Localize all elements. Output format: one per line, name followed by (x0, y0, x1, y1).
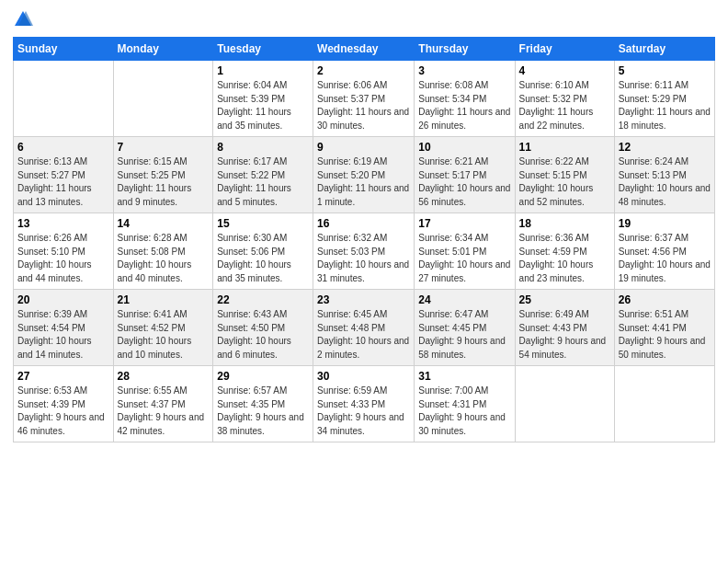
day-cell: 29Sunrise: 6:57 AMSunset: 4:35 PMDayligh… (213, 366, 313, 442)
day-info: Sunrise: 6:43 AMSunset: 4:50 PMDaylight:… (217, 308, 309, 362)
weekday-header-saturday: Saturday (614, 38, 714, 61)
day-cell: 7Sunrise: 6:15 AMSunset: 5:25 PMDaylight… (113, 137, 213, 213)
day-info: Sunrise: 6:37 AMSunset: 4:56 PMDaylight:… (619, 232, 711, 285)
day-info: Sunrise: 6:21 AMSunset: 5:17 PMDaylight:… (418, 155, 510, 209)
weekday-header-friday: Friday (515, 38, 614, 61)
day-number: 8 (217, 141, 309, 154)
day-cell: 25Sunrise: 6:49 AMSunset: 4:43 PMDayligh… (515, 290, 614, 366)
weekday-header-wednesday: Wednesday (313, 38, 415, 61)
header (13, 9, 715, 29)
day-cell: 14Sunrise: 6:28 AMSunset: 5:08 PMDayligh… (113, 213, 213, 290)
day-info: Sunrise: 6:26 AMSunset: 5:10 PMDaylight:… (17, 232, 109, 285)
day-number: 10 (418, 141, 510, 154)
day-cell (14, 61, 114, 137)
day-number: 4 (519, 64, 610, 77)
day-number: 7 (118, 141, 210, 154)
day-cell: 16Sunrise: 6:32 AMSunset: 5:03 PMDayligh… (313, 213, 415, 290)
day-info: Sunrise: 6:32 AMSunset: 5:03 PMDaylight:… (317, 232, 410, 285)
day-info: Sunrise: 6:57 AMSunset: 4:35 PMDaylight:… (217, 385, 309, 438)
day-number: 25 (519, 293, 610, 306)
day-number: 9 (317, 141, 410, 154)
day-info: Sunrise: 6:55 AMSunset: 4:37 PMDaylight:… (118, 385, 210, 438)
day-info: Sunrise: 6:41 AMSunset: 4:52 PMDaylight:… (118, 308, 210, 362)
day-cell (113, 61, 213, 137)
day-number: 26 (619, 293, 711, 306)
day-info: Sunrise: 6:36 AMSunset: 4:59 PMDaylight:… (519, 232, 610, 285)
day-number: 3 (418, 64, 510, 77)
weekday-header-row: SundayMondayTuesdayWednesdayThursdayFrid… (14, 38, 715, 61)
weekday-header-tuesday: Tuesday (213, 38, 313, 61)
day-cell: 15Sunrise: 6:30 AMSunset: 5:06 PMDayligh… (213, 213, 313, 290)
day-number: 27 (17, 370, 109, 383)
day-info: Sunrise: 6:19 AMSunset: 5:20 PMDaylight:… (317, 155, 410, 209)
day-number: 14 (118, 217, 210, 230)
day-info: Sunrise: 6:06 AMSunset: 5:37 PMDaylight:… (317, 79, 410, 132)
day-cell (515, 366, 614, 442)
day-info: Sunrise: 6:22 AMSunset: 5:15 PMDaylight:… (519, 155, 610, 209)
day-info: Sunrise: 6:51 AMSunset: 4:41 PMDaylight:… (619, 308, 711, 362)
day-cell: 9Sunrise: 6:19 AMSunset: 5:20 PMDaylight… (313, 137, 415, 213)
day-number: 12 (619, 141, 711, 154)
day-cell (614, 366, 714, 442)
day-info: Sunrise: 6:13 AMSunset: 5:27 PMDaylight:… (17, 155, 109, 209)
day-number: 18 (519, 217, 610, 230)
day-info: Sunrise: 6:59 AMSunset: 4:33 PMDaylight:… (317, 385, 410, 438)
day-info: Sunrise: 6:17 AMSunset: 5:22 PMDaylight:… (217, 155, 309, 209)
day-info: Sunrise: 6:24 AMSunset: 5:13 PMDaylight:… (619, 155, 711, 209)
logo (13, 9, 37, 29)
day-number: 30 (317, 370, 410, 383)
day-number: 22 (217, 293, 309, 306)
day-cell: 30Sunrise: 6:59 AMSunset: 4:33 PMDayligh… (313, 366, 415, 442)
day-number: 19 (619, 217, 711, 230)
day-cell: 27Sunrise: 6:53 AMSunset: 4:39 PMDayligh… (14, 366, 114, 442)
day-info: Sunrise: 6:39 AMSunset: 4:54 PMDaylight:… (17, 308, 109, 362)
day-info: Sunrise: 6:49 AMSunset: 4:43 PMDaylight:… (519, 308, 610, 362)
day-info: Sunrise: 6:15 AMSunset: 5:25 PMDaylight:… (118, 155, 210, 209)
day-cell: 11Sunrise: 6:22 AMSunset: 5:15 PMDayligh… (515, 137, 614, 213)
day-number: 13 (17, 217, 109, 230)
day-cell: 12Sunrise: 6:24 AMSunset: 5:13 PMDayligh… (614, 137, 714, 213)
calendar-page: SundayMondayTuesdayWednesdayThursdayFrid… (0, 0, 728, 563)
day-info: Sunrise: 6:28 AMSunset: 5:08 PMDaylight:… (118, 232, 210, 285)
day-cell: 24Sunrise: 6:47 AMSunset: 4:45 PMDayligh… (415, 290, 515, 366)
day-cell: 5Sunrise: 6:11 AMSunset: 5:29 PMDaylight… (614, 61, 714, 137)
day-info: Sunrise: 6:53 AMSunset: 4:39 PMDaylight:… (17, 385, 109, 438)
week-row-4: 20Sunrise: 6:39 AMSunset: 4:54 PMDayligh… (14, 290, 715, 366)
day-info: Sunrise: 6:08 AMSunset: 5:34 PMDaylight:… (418, 79, 510, 132)
week-row-1: 1Sunrise: 6:04 AMSunset: 5:39 PMDaylight… (14, 61, 715, 137)
day-cell: 17Sunrise: 6:34 AMSunset: 5:01 PMDayligh… (415, 213, 515, 290)
day-info: Sunrise: 6:34 AMSunset: 5:01 PMDaylight:… (418, 232, 510, 285)
day-info: Sunrise: 6:11 AMSunset: 5:29 PMDaylight:… (619, 79, 711, 132)
day-info: Sunrise: 7:00 AMSunset: 4:31 PMDaylight:… (418, 385, 510, 438)
day-cell: 23Sunrise: 6:45 AMSunset: 4:48 PMDayligh… (313, 290, 415, 366)
week-row-5: 27Sunrise: 6:53 AMSunset: 4:39 PMDayligh… (14, 366, 715, 442)
day-number: 31 (418, 370, 510, 383)
day-number: 2 (317, 64, 410, 77)
day-cell: 31Sunrise: 7:00 AMSunset: 4:31 PMDayligh… (415, 366, 515, 442)
weekday-header-thursday: Thursday (415, 38, 515, 61)
day-number: 11 (519, 141, 610, 154)
day-info: Sunrise: 6:45 AMSunset: 4:48 PMDaylight:… (317, 308, 410, 362)
logo-icon (13, 9, 33, 29)
day-number: 6 (17, 141, 109, 154)
day-cell: 4Sunrise: 6:10 AMSunset: 5:32 PMDaylight… (515, 61, 614, 137)
day-cell: 13Sunrise: 6:26 AMSunset: 5:10 PMDayligh… (14, 213, 114, 290)
day-cell: 6Sunrise: 6:13 AMSunset: 5:27 PMDaylight… (14, 137, 114, 213)
calendar-table: SundayMondayTuesdayWednesdayThursdayFrid… (13, 37, 715, 442)
day-number: 29 (217, 370, 309, 383)
weekday-header-sunday: Sunday (14, 38, 114, 61)
day-cell: 28Sunrise: 6:55 AMSunset: 4:37 PMDayligh… (113, 366, 213, 442)
day-number: 21 (118, 293, 210, 306)
day-cell: 18Sunrise: 6:36 AMSunset: 4:59 PMDayligh… (515, 213, 614, 290)
day-cell: 22Sunrise: 6:43 AMSunset: 4:50 PMDayligh… (213, 290, 313, 366)
day-cell: 10Sunrise: 6:21 AMSunset: 5:17 PMDayligh… (415, 137, 515, 213)
day-number: 15 (217, 217, 309, 230)
day-number: 23 (317, 293, 410, 306)
day-cell: 2Sunrise: 6:06 AMSunset: 5:37 PMDaylight… (313, 61, 415, 137)
day-number: 20 (17, 293, 109, 306)
day-number: 17 (418, 217, 510, 230)
day-cell: 3Sunrise: 6:08 AMSunset: 5:34 PMDaylight… (415, 61, 515, 137)
day-number: 28 (118, 370, 210, 383)
day-cell: 26Sunrise: 6:51 AMSunset: 4:41 PMDayligh… (614, 290, 714, 366)
day-cell: 20Sunrise: 6:39 AMSunset: 4:54 PMDayligh… (14, 290, 114, 366)
